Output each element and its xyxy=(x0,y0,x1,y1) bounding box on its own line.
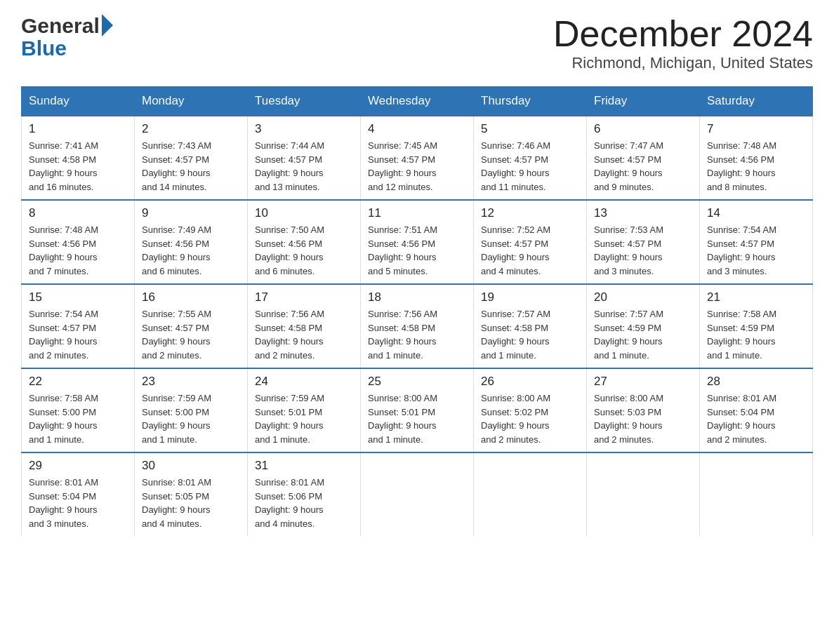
col-tuesday: Tuesday xyxy=(248,87,361,116)
table-row: 22 Sunrise: 7:58 AM Sunset: 5:00 PM Dayl… xyxy=(22,368,135,452)
table-row: 15 Sunrise: 7:54 AM Sunset: 4:57 PM Dayl… xyxy=(22,284,135,368)
day-info: Sunrise: 7:41 AM Sunset: 4:58 PM Dayligh… xyxy=(29,139,127,194)
table-row: 20 Sunrise: 7:57 AM Sunset: 4:59 PM Dayl… xyxy=(587,284,700,368)
day-info: Sunrise: 7:57 AM Sunset: 4:59 PM Dayligh… xyxy=(594,307,692,362)
day-number: 7 xyxy=(707,122,805,136)
table-row: 14 Sunrise: 7:54 AM Sunset: 4:57 PM Dayl… xyxy=(700,200,813,284)
table-row: 1 Sunrise: 7:41 AM Sunset: 4:58 PM Dayli… xyxy=(22,116,135,200)
page-header: General Blue December 2024 Richmond, Mic… xyxy=(21,14,813,72)
day-number: 22 xyxy=(29,375,127,389)
table-row: 19 Sunrise: 7:57 AM Sunset: 4:58 PM Dayl… xyxy=(474,284,587,368)
table-row: 24 Sunrise: 7:59 AM Sunset: 5:01 PM Dayl… xyxy=(248,368,361,452)
table-row: 27 Sunrise: 8:00 AM Sunset: 5:03 PM Dayl… xyxy=(587,368,700,452)
day-info: Sunrise: 7:56 AM Sunset: 4:58 PM Dayligh… xyxy=(255,307,353,362)
table-row: 21 Sunrise: 7:58 AM Sunset: 4:59 PM Dayl… xyxy=(700,284,813,368)
table-row: 26 Sunrise: 8:00 AM Sunset: 5:02 PM Dayl… xyxy=(474,368,587,452)
table-row: 31 Sunrise: 8:01 AM Sunset: 5:06 PM Dayl… xyxy=(248,452,361,536)
table-row: 28 Sunrise: 8:01 AM Sunset: 5:04 PM Dayl… xyxy=(700,368,813,452)
day-info: Sunrise: 8:00 AM Sunset: 5:01 PM Dayligh… xyxy=(368,391,466,446)
day-info: Sunrise: 8:00 AM Sunset: 5:02 PM Dayligh… xyxy=(481,391,579,446)
day-number: 30 xyxy=(142,459,240,473)
day-number: 12 xyxy=(481,206,579,220)
logo-arrow-icon xyxy=(102,14,113,36)
day-number: 19 xyxy=(481,290,579,304)
table-row: 23 Sunrise: 7:59 AM Sunset: 5:00 PM Dayl… xyxy=(135,368,248,452)
day-number: 20 xyxy=(594,290,692,304)
day-info: Sunrise: 8:01 AM Sunset: 5:05 PM Dayligh… xyxy=(142,476,240,530)
day-number: 23 xyxy=(142,375,240,389)
calendar-week-row: 29 Sunrise: 8:01 AM Sunset: 5:04 PM Dayl… xyxy=(22,452,813,536)
day-info: Sunrise: 7:57 AM Sunset: 4:58 PM Dayligh… xyxy=(481,307,579,362)
day-number: 26 xyxy=(481,375,579,389)
table-row: 16 Sunrise: 7:55 AM Sunset: 4:57 PM Dayl… xyxy=(135,284,248,368)
day-info: Sunrise: 7:56 AM Sunset: 4:58 PM Dayligh… xyxy=(368,307,466,362)
day-info: Sunrise: 7:52 AM Sunset: 4:57 PM Dayligh… xyxy=(481,223,579,278)
day-info: Sunrise: 7:44 AM Sunset: 4:57 PM Dayligh… xyxy=(255,139,353,194)
day-number: 24 xyxy=(255,375,353,389)
day-info: Sunrise: 7:55 AM Sunset: 4:57 PM Dayligh… xyxy=(142,307,240,362)
day-info: Sunrise: 7:50 AM Sunset: 4:56 PM Dayligh… xyxy=(255,223,353,278)
day-number: 29 xyxy=(29,459,127,473)
table-row: 10 Sunrise: 7:50 AM Sunset: 4:56 PM Dayl… xyxy=(248,200,361,284)
table-row: 29 Sunrise: 8:01 AM Sunset: 5:04 PM Dayl… xyxy=(22,452,135,536)
day-number: 11 xyxy=(368,206,466,220)
day-info: Sunrise: 8:01 AM Sunset: 5:04 PM Dayligh… xyxy=(707,391,805,446)
logo-general-text: General xyxy=(21,15,100,36)
table-row: 12 Sunrise: 7:52 AM Sunset: 4:57 PM Dayl… xyxy=(474,200,587,284)
table-row: 6 Sunrise: 7:47 AM Sunset: 4:57 PM Dayli… xyxy=(587,116,700,200)
logo: General Blue xyxy=(21,14,113,59)
day-info: Sunrise: 7:43 AM Sunset: 4:57 PM Dayligh… xyxy=(142,139,240,194)
day-number: 17 xyxy=(255,290,353,304)
day-number: 6 xyxy=(594,122,692,136)
table-row: 25 Sunrise: 8:00 AM Sunset: 5:01 PM Dayl… xyxy=(361,368,474,452)
col-sunday: Sunday xyxy=(22,87,135,116)
day-number: 9 xyxy=(142,206,240,220)
day-info: Sunrise: 7:48 AM Sunset: 4:56 PM Dayligh… xyxy=(29,223,127,278)
calendar-week-row: 1 Sunrise: 7:41 AM Sunset: 4:58 PM Dayli… xyxy=(22,116,813,200)
col-friday: Friday xyxy=(587,87,700,116)
table-row: 4 Sunrise: 7:45 AM Sunset: 4:57 PM Dayli… xyxy=(361,116,474,200)
day-info: Sunrise: 7:53 AM Sunset: 4:57 PM Dayligh… xyxy=(594,223,692,278)
day-info: Sunrise: 7:59 AM Sunset: 5:01 PM Dayligh… xyxy=(255,391,353,446)
day-info: Sunrise: 8:01 AM Sunset: 5:04 PM Dayligh… xyxy=(29,476,127,530)
day-info: Sunrise: 7:47 AM Sunset: 4:57 PM Dayligh… xyxy=(594,139,692,194)
calendar-header-row: Sunday Monday Tuesday Wednesday Thursday… xyxy=(22,87,813,116)
day-info: Sunrise: 7:58 AM Sunset: 4:59 PM Dayligh… xyxy=(707,307,805,362)
calendar-week-row: 8 Sunrise: 7:48 AM Sunset: 4:56 PM Dayli… xyxy=(22,200,813,284)
col-saturday: Saturday xyxy=(700,87,813,116)
day-info: Sunrise: 7:54 AM Sunset: 4:57 PM Dayligh… xyxy=(707,223,805,278)
day-number: 15 xyxy=(29,290,127,304)
day-number: 31 xyxy=(255,459,353,473)
table-row xyxy=(700,452,813,536)
table-row: 11 Sunrise: 7:51 AM Sunset: 4:56 PM Dayl… xyxy=(361,200,474,284)
table-row: 18 Sunrise: 7:56 AM Sunset: 4:58 PM Dayl… xyxy=(361,284,474,368)
day-number: 27 xyxy=(594,375,692,389)
logo-blue-text: Blue xyxy=(21,38,113,59)
day-number: 8 xyxy=(29,206,127,220)
day-info: Sunrise: 7:45 AM Sunset: 4:57 PM Dayligh… xyxy=(368,139,466,194)
day-number: 3 xyxy=(255,122,353,136)
day-number: 4 xyxy=(368,122,466,136)
month-title: December 2024 xyxy=(553,14,813,54)
table-row xyxy=(587,452,700,536)
col-wednesday: Wednesday xyxy=(361,87,474,116)
day-number: 10 xyxy=(255,206,353,220)
table-row: 2 Sunrise: 7:43 AM Sunset: 4:57 PM Dayli… xyxy=(135,116,248,200)
day-number: 18 xyxy=(368,290,466,304)
table-row: 5 Sunrise: 7:46 AM Sunset: 4:57 PM Dayli… xyxy=(474,116,587,200)
day-number: 2 xyxy=(142,122,240,136)
table-row: 7 Sunrise: 7:48 AM Sunset: 4:56 PM Dayli… xyxy=(700,116,813,200)
day-number: 14 xyxy=(707,206,805,220)
day-number: 1 xyxy=(29,122,127,136)
table-row: 8 Sunrise: 7:48 AM Sunset: 4:56 PM Dayli… xyxy=(22,200,135,284)
col-monday: Monday xyxy=(135,87,248,116)
table-row xyxy=(361,452,474,536)
table-row: 3 Sunrise: 7:44 AM Sunset: 4:57 PM Dayli… xyxy=(248,116,361,200)
day-info: Sunrise: 7:48 AM Sunset: 4:56 PM Dayligh… xyxy=(707,139,805,194)
day-info: Sunrise: 7:51 AM Sunset: 4:56 PM Dayligh… xyxy=(368,223,466,278)
calendar-table: Sunday Monday Tuesday Wednesday Thursday… xyxy=(21,86,813,536)
location-title: Richmond, Michigan, United States xyxy=(553,54,813,72)
table-row: 17 Sunrise: 7:56 AM Sunset: 4:58 PM Dayl… xyxy=(248,284,361,368)
calendar-week-row: 15 Sunrise: 7:54 AM Sunset: 4:57 PM Dayl… xyxy=(22,284,813,368)
table-row: 9 Sunrise: 7:49 AM Sunset: 4:56 PM Dayli… xyxy=(135,200,248,284)
